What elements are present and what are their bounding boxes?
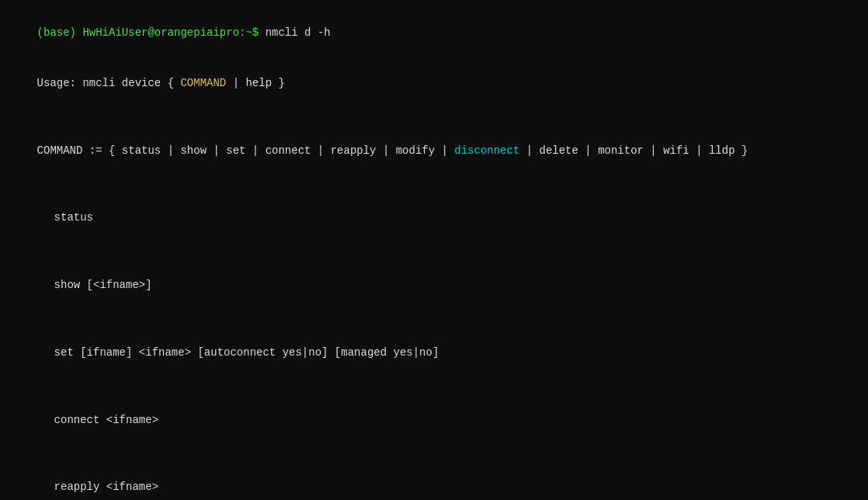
prompt-line: (base) HwHiAiUser@orangepiaipro:~$ nmcli… — [11, 8, 857, 58]
cmd-show: show [<ifname>] — [11, 260, 857, 311]
cmd-status: status — [11, 193, 857, 244]
cmd-set: set [ifname] <ifname> [autoconnect yes|n… — [11, 328, 857, 378]
blank-6 — [11, 446, 857, 463]
terminal-output: (base) HwHiAiUser@orangepiaipro:~$ nmcli… — [11, 8, 857, 500]
blank-2 — [11, 176, 857, 193]
command-line: COMMAND := { status | show | set | conne… — [11, 126, 857, 176]
blank-4 — [11, 311, 857, 328]
prompt-text: (base) HwHiAiUser@orangepiaipro:~$ — [37, 26, 259, 39]
usage-line: Usage: nmcli device { COMMAND | help } — [11, 58, 857, 109]
blank-1 — [11, 109, 857, 126]
cmd-reapply: reapply <ifname> — [11, 463, 857, 500]
blank-3 — [11, 244, 857, 261]
blank-5 — [11, 378, 857, 395]
cmd-connect: connect <ifname> — [11, 395, 857, 446]
